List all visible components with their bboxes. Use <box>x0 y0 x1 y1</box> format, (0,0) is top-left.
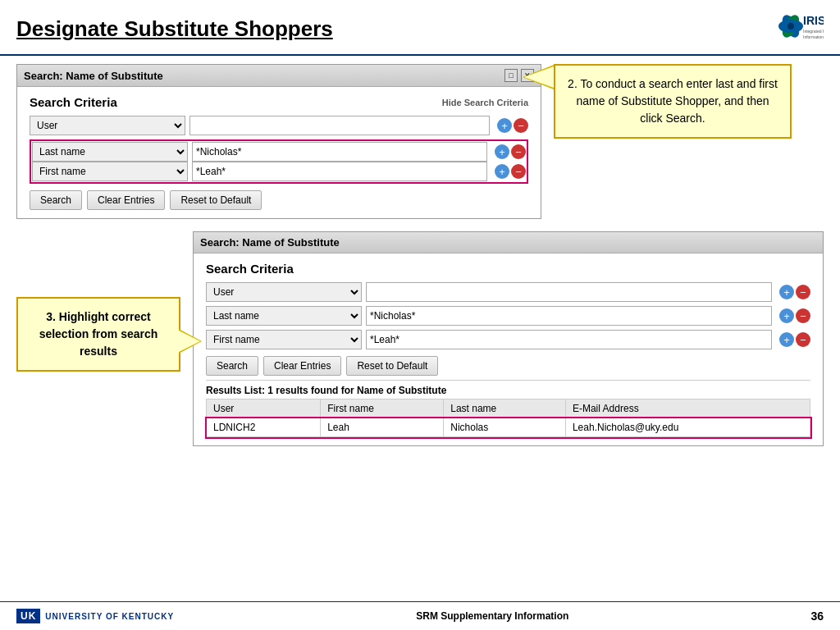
footer-left: UK UNIVERSITY OF KENTUCKY <box>16 609 174 623</box>
reset-button-bottom[interactable]: Reset to Default <box>346 356 438 376</box>
user-remove-btn-top[interactable]: − <box>514 118 528 133</box>
user-row-actions-bottom: + − <box>779 285 810 299</box>
bottom-search-criteria-header: Search Criteria <box>206 262 810 276</box>
logo-area: IRIS Integrated Resource Information Sys… <box>758 8 824 49</box>
firstname-row-actions-bottom: + − <box>779 332 810 347</box>
bottom-dialog-title: Search: Name of Substitute <box>200 236 340 249</box>
lastname-select-bottom[interactable]: Last name <box>206 306 362 326</box>
lastname-add-btn-bottom[interactable]: + <box>779 308 794 323</box>
clear-button-bottom[interactable]: Clear Entries <box>263 356 341 376</box>
svg-point-3 <box>788 23 794 30</box>
result-email: Leah.Nicholas@uky.edu <box>565 418 810 437</box>
col-user: User <box>207 399 321 418</box>
lastname-row-actions-top: + − <box>495 144 526 159</box>
dialog-body-top: Search Criteria Hide Search Criteria Use… <box>17 87 541 218</box>
col-firstname: First name <box>321 399 444 418</box>
university-text: UNIVERSITY OF KENTUCKY <box>45 612 174 621</box>
dialog-titlebar: Search: Name of Substitute □ ✕ <box>17 65 541 87</box>
firstname-criteria-row-top: First name + − <box>32 162 526 181</box>
firstname-select-top[interactable]: First name <box>32 162 188 181</box>
top-search-dialog: Search: Name of Substitute □ ✕ Search Cr… <box>16 64 541 219</box>
svg-text:Integrated Resource: Integrated Resource <box>803 29 824 34</box>
callout-top: 2. To conduct a search enter last and fi… <box>554 64 792 139</box>
user-add-btn-top[interactable]: + <box>497 118 512 133</box>
callout-top-arrow-inner <box>524 66 554 88</box>
action-buttons-bottom: Search Clear Entries Reset to Default <box>206 356 810 376</box>
callout-bottom-wrapper: 3. Highlight correct selection from sear… <box>16 297 180 372</box>
result-row[interactable]: LDNICH2 Leah Nicholas Leah.Nicholas@uky.… <box>207 418 810 437</box>
lastname-input-bottom[interactable] <box>366 306 772 326</box>
lastname-remove-btn-bottom[interactable]: − <box>796 308 810 323</box>
result-user: LDNICH2 <box>207 418 321 437</box>
top-section: Search: Name of Substitute □ ✕ Search Cr… <box>16 64 824 219</box>
result-lastname: Nicholas <box>444 418 566 437</box>
search-criteria-header-top: Search Criteria Hide Search Criteria <box>30 95 528 109</box>
firstname-criteria-row-bottom: First name + − <box>206 330 810 349</box>
firstname-add-btn-top[interactable]: + <box>495 164 509 179</box>
search-button-bottom[interactable]: Search <box>206 356 258 376</box>
firstname-remove-btn-bottom[interactable]: − <box>796 332 810 347</box>
result-firstname: Leah <box>321 418 444 437</box>
lastname-criteria-row-top-wrapper: Last name + − First name <box>30 139 528 184</box>
dialog-title-top: Search: Name of Substitute <box>24 70 163 82</box>
page-footer: UK UNIVERSITY OF KENTUCKY SRM Supplement… <box>0 601 840 630</box>
firstname-add-btn-bottom[interactable]: + <box>779 332 794 347</box>
results-header: Results List: 1 results found for Name o… <box>206 380 810 399</box>
bottom-dialog-titlebar: Search: Name of Substitute <box>194 232 823 253</box>
user-row-actions-top: + − <box>497 118 528 133</box>
hide-link-top[interactable]: Hide Search Criteria <box>442 98 528 107</box>
user-remove-btn-bottom[interactable]: − <box>796 285 810 299</box>
user-criteria-row-bottom: User + − <box>206 282 810 302</box>
reset-button-top[interactable]: Reset to Default <box>170 190 262 210</box>
svg-text:Information System: Information System <box>803 34 824 39</box>
firstname-select-bottom[interactable]: First name <box>206 330 362 349</box>
bottom-search-dialog: Search: Name of Substitute Search Criter… <box>193 231 824 446</box>
minimize-button[interactable]: □ <box>504 69 518 82</box>
col-lastname: Last name <box>444 399 566 418</box>
callout-bottom-text: 3. Highlight correct selection from sear… <box>39 310 158 358</box>
firstname-row-actions-top: + − <box>495 164 526 179</box>
footer-center-text: SRM Supplementary Information <box>416 610 568 622</box>
lastname-remove-btn-top[interactable]: − <box>511 144 526 159</box>
main-content: Search: Name of Substitute □ ✕ Search Cr… <box>0 56 840 454</box>
results-table-header-row: User First name Last name E-Mail Address <box>207 399 810 418</box>
firstname-input-bottom[interactable] <box>366 330 772 349</box>
action-buttons-top: Search Clear Entries Reset to Default <box>30 190 528 210</box>
lastname-add-btn-top[interactable]: + <box>495 144 509 159</box>
user-input-top[interactable] <box>189 116 490 135</box>
lastname-select-top[interactable]: Last name <box>32 142 188 162</box>
firstname-remove-btn-top[interactable]: − <box>511 164 526 179</box>
iris-logo: IRIS Integrated Resource Information Sys… <box>758 8 824 49</box>
search-button-top[interactable]: Search <box>30 190 82 210</box>
bottom-dialog-body: Search Criteria User + − Last <box>194 253 823 445</box>
clear-button-top[interactable]: Clear Entries <box>87 190 165 210</box>
uk-logo: UK <box>16 609 40 623</box>
callout-bottom-arrow <box>179 331 200 352</box>
user-select-bottom[interactable]: User <box>206 282 362 302</box>
user-add-btn-bottom[interactable]: + <box>779 285 794 299</box>
lastname-input-top[interactable] <box>192 142 487 162</box>
firstname-input-top[interactable] <box>192 162 487 181</box>
callout-bottom: 3. Highlight correct selection from sear… <box>16 297 180 372</box>
col-email: E-Mail Address <box>565 399 810 418</box>
page-title: Designate Substitute Shoppers <box>16 16 333 42</box>
callout-top-wrapper: 2. To conduct a search enter last and fi… <box>554 64 792 139</box>
page-header: Designate Substitute Shoppers IRIS Integ… <box>0 0 840 56</box>
user-input-bottom[interactable] <box>366 282 772 302</box>
lastname-criteria-row-bottom: Last name + − <box>206 306 810 326</box>
user-criteria-row-top: User + − <box>30 116 528 135</box>
lastname-criteria-row-top: Last name + − <box>32 142 526 162</box>
user-select-top[interactable]: User <box>30 116 185 135</box>
callout-top-text: 2. To conduct a search enter last and fi… <box>568 77 778 125</box>
bottom-section: 3. Highlight correct selection from sear… <box>16 231 824 446</box>
results-table-head: User First name Last name E-Mail Address <box>207 399 810 418</box>
svg-text:IRIS: IRIS <box>803 14 824 27</box>
page-number: 36 <box>810 609 824 623</box>
lastname-row-actions-bottom: + − <box>779 308 810 323</box>
results-table: User First name Last name E-Mail Address… <box>206 399 810 437</box>
results-table-body: LDNICH2 Leah Nicholas Leah.Nicholas@uky.… <box>207 418 810 437</box>
